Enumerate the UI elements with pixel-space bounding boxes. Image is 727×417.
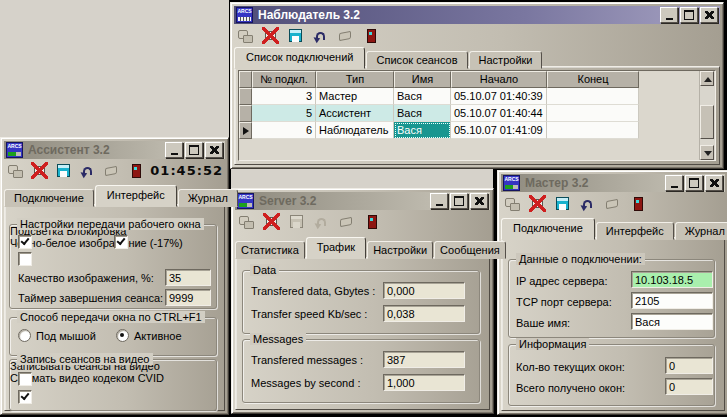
- save-icon[interactable]: [554, 195, 572, 213]
- maximize-button[interactable]: [680, 7, 698, 23]
- checkbox-compress-cvid[interactable]: [18, 390, 32, 404]
- disconnect-icon[interactable]: [529, 195, 547, 213]
- maximize-button[interactable]: [685, 175, 703, 191]
- close-button[interactable]: [700, 7, 718, 23]
- cell-start[interactable]: 05.10.07 01:41:09: [451, 122, 547, 139]
- checkbox-lock[interactable]: [114, 235, 128, 249]
- tab-messages[interactable]: Сообщения: [434, 241, 506, 259]
- minimize-button[interactable]: [665, 175, 683, 191]
- scroll-up-button[interactable]: [700, 71, 714, 86]
- close-button[interactable]: [705, 175, 723, 191]
- connect-icon[interactable]: [237, 27, 255, 45]
- timer-input[interactable]: 9999: [165, 289, 211, 306]
- maximize-button[interactable]: [185, 142, 203, 158]
- cell-num[interactable]: 3: [252, 88, 316, 105]
- col-header-type[interactable]: Тип: [316, 71, 394, 88]
- exit-door-icon[interactable]: [127, 162, 145, 180]
- disconnect-icon[interactable]: [263, 213, 281, 231]
- session-icon[interactable]: [337, 27, 355, 45]
- cell-type[interactable]: Ассистент: [316, 105, 394, 122]
- exit-door-icon[interactable]: [363, 213, 381, 231]
- cell-start[interactable]: 05.10.07 01:40:44: [451, 105, 547, 122]
- tab-settings[interactable]: Настройки: [469, 51, 543, 69]
- observer-titlebar[interactable]: ARCS Наблюдатель 3.2: [234, 6, 720, 24]
- connect-icon[interactable]: [504, 195, 522, 213]
- save-icon[interactable]: [55, 162, 73, 180]
- connect-icon[interactable]: [7, 162, 25, 180]
- tab-traffic[interactable]: Трафик: [306, 237, 366, 259]
- session-icon[interactable]: [103, 162, 121, 180]
- disconnect-icon[interactable]: [262, 27, 280, 45]
- messages-per-second-field[interactable]: 1,000: [383, 374, 465, 391]
- tab-session-list[interactable]: Список сеансов: [366, 51, 467, 69]
- close-button[interactable]: [470, 193, 488, 209]
- tcp-port-input[interactable]: 2105: [631, 292, 713, 309]
- col-header-start[interactable]: Начало: [451, 71, 547, 88]
- save-icon[interactable]: [287, 27, 305, 45]
- exit-door-icon[interactable]: [362, 27, 380, 45]
- total-windows-field[interactable]: 0: [665, 378, 713, 395]
- table-row[interactable]: 3 Мастер Вася 05.10.07 01:40:39: [239, 88, 639, 105]
- tab-connection[interactable]: Подключение: [4, 189, 94, 207]
- minimize-button[interactable]: [165, 142, 183, 158]
- tab-settings[interactable]: Настройки: [367, 241, 433, 259]
- server-titlebar[interactable]: ARCS Server 3.2: [235, 192, 490, 210]
- maximize-button[interactable]: [450, 193, 468, 209]
- close-button[interactable]: [205, 142, 223, 158]
- undo-icon[interactable]: [79, 162, 97, 180]
- tab-journal[interactable]: Журнал: [178, 189, 238, 207]
- row-selector[interactable]: [239, 88, 252, 105]
- current-row-selector[interactable]: [239, 122, 252, 139]
- scroll-thumb[interactable]: [700, 105, 714, 139]
- cell-num[interactable]: 5: [252, 105, 316, 122]
- minimize-button[interactable]: [430, 193, 448, 209]
- tab-journal[interactable]: Журнал: [675, 222, 727, 240]
- save-icon[interactable]: [288, 213, 306, 231]
- cell-name-selected[interactable]: Вася: [394, 122, 451, 139]
- transfer-speed-field[interactable]: 0,038: [383, 305, 465, 322]
- row-selector[interactable]: [239, 105, 252, 122]
- undo-icon[interactable]: [313, 213, 331, 231]
- connect-icon[interactable]: [238, 213, 256, 231]
- col-header-num[interactable]: № подкл.: [252, 71, 316, 88]
- radio-under-mouse[interactable]: Под мышой: [18, 329, 96, 342]
- undo-icon[interactable]: [312, 27, 330, 45]
- your-name-input[interactable]: Вася: [631, 313, 713, 330]
- quality-input[interactable]: 35: [165, 269, 211, 286]
- server-ip-input[interactable]: 10.103.18.5: [631, 271, 713, 288]
- cell-end[interactable]: [547, 88, 639, 105]
- tab-connection[interactable]: Подключение: [501, 218, 595, 240]
- cell-start[interactable]: 05.10.07 01:40:39: [451, 88, 547, 105]
- transfered-messages-field[interactable]: 387: [383, 351, 465, 368]
- col-header-name[interactable]: Имя: [394, 71, 451, 88]
- cell-name[interactable]: Вася: [394, 88, 451, 105]
- current-windows-field[interactable]: 0: [665, 357, 713, 374]
- table-scrollbar[interactable]: [699, 71, 715, 160]
- cell-end[interactable]: [547, 122, 639, 139]
- cell-num[interactable]: 6: [252, 122, 316, 139]
- undo-icon[interactable]: [579, 195, 597, 213]
- tab-connection-list[interactable]: Список подключений: [234, 47, 365, 69]
- assistant-titlebar[interactable]: ARCS Ассистент 3.2: [4, 141, 225, 159]
- disconnect-icon[interactable]: [31, 162, 49, 180]
- table-row[interactable]: 5 Ассистент Вася 05.10.07 01:40:44: [239, 105, 639, 122]
- minimize-button[interactable]: [660, 7, 678, 23]
- scroll-down-button[interactable]: [700, 145, 714, 160]
- checkbox-grayscale[interactable]: [18, 252, 32, 266]
- radio-active-window[interactable]: Активное: [116, 329, 182, 342]
- session-icon[interactable]: [604, 195, 622, 213]
- master-titlebar[interactable]: ARCS Мастер 3.2: [501, 174, 725, 192]
- col-header-end[interactable]: Конец: [547, 71, 639, 88]
- tab-interface[interactable]: Интерфейс: [596, 222, 674, 240]
- checkbox-record-video[interactable]: [18, 372, 32, 386]
- cell-end[interactable]: [547, 105, 639, 122]
- checkbox-highlight[interactable]: [18, 235, 32, 249]
- tab-interface[interactable]: Интерфейс: [95, 185, 177, 207]
- transfered-data-field[interactable]: 0,000: [383, 282, 465, 299]
- cell-type[interactable]: Мастер: [316, 88, 394, 105]
- cell-name[interactable]: Вася: [394, 105, 451, 122]
- session-icon[interactable]: [338, 213, 356, 231]
- cell-type[interactable]: Наблюдатель: [316, 122, 394, 139]
- exit-door-icon[interactable]: [629, 195, 647, 213]
- table-row-current[interactable]: 6 Наблюдатель Вася 05.10.07 01:41:09: [239, 122, 639, 139]
